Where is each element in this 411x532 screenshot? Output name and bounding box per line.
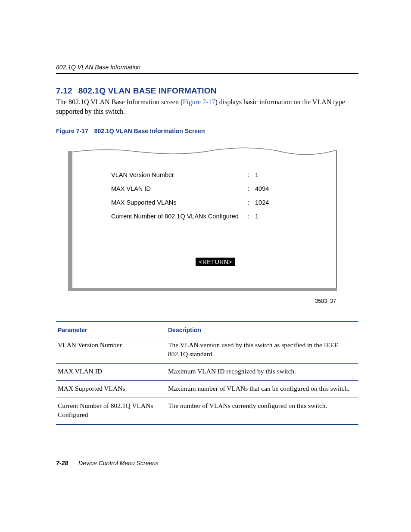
colon: : (245, 199, 252, 206)
info-row: VLAN Version Number : 1 (111, 168, 320, 182)
table-row: MAX VLAN ID Maximum VLAN ID recognized b… (56, 364, 358, 381)
info-row: MAX Supported VLANs : 1024 (111, 196, 320, 209)
page-footer: 7-28Device Control Menu Screens (56, 460, 159, 467)
colon: : (245, 213, 252, 220)
colon: : (245, 185, 252, 192)
figure-caption: Figure 7-17802.1Q VLAN Base Information … (56, 128, 358, 134)
info-label: Current Number of 802.1Q VLANs Configure… (111, 213, 245, 220)
terminal-frame: VLAN Version Number : 1 MAX VLAN ID : 40… (68, 151, 337, 291)
table-row: VLAN Version Number The VLAN version use… (56, 337, 358, 364)
frame-left-border (68, 151, 72, 291)
section-number: 7.12 (56, 86, 72, 95)
torn-edge-icon (68, 147, 337, 160)
page-number: 7-28 (56, 460, 68, 467)
para-pre: The 802.1Q VLAN Base Information screen … (56, 98, 183, 106)
info-label: MAX VLAN ID (111, 185, 245, 192)
info-value: 1024 (252, 199, 269, 206)
info-value: 1 (252, 171, 258, 178)
frame-right-border (336, 151, 337, 291)
desc-cell: Maximum number of VLANs that can be conf… (166, 380, 358, 398)
info-row: MAX VLAN ID : 4094 (111, 182, 320, 196)
frame-bottom-border (68, 288, 337, 291)
info-value: 4094 (252, 185, 269, 192)
param-cell: Current Number of 802.1Q VLANs Configure… (56, 398, 166, 424)
param-cell: MAX VLAN ID (56, 364, 166, 381)
intro-paragraph: The 802.1Q VLAN Base Information screen … (56, 97, 358, 116)
section-heading: 7.12802.1Q VLAN BASE INFORMATION (56, 86, 358, 96)
desc-cell: The number of VLANs currently configured… (166, 398, 358, 424)
param-cell: MAX Supported VLANs (56, 380, 166, 398)
info-row: Current Number of 802.1Q VLANs Configure… (111, 209, 320, 223)
terminal-content: VLAN Version Number : 1 MAX VLAN ID : 40… (111, 168, 320, 278)
colon: : (245, 171, 252, 178)
figure-screenshot: VLAN Version Number : 1 MAX VLAN ID : 40… (56, 148, 358, 295)
running-header: 802.1Q VLAN Base Information (56, 64, 358, 74)
parameter-table: Parameter Description VLAN Version Numbe… (56, 321, 358, 425)
info-label: VLAN Version Number (111, 171, 245, 178)
info-label: MAX Supported VLANs (111, 199, 245, 206)
table-header-parameter: Parameter (56, 322, 166, 337)
table-header-row: Parameter Description (56, 322, 358, 337)
figure-reference-link[interactable]: Figure 7-17 (183, 98, 215, 106)
table-row: MAX Supported VLANs Maximum number of VL… (56, 380, 358, 398)
desc-cell: Maximum VLAN ID recognized by this switc… (166, 364, 358, 381)
table-header-description: Description (166, 322, 358, 337)
page: 802.1Q VLAN Base Information 7.12802.1Q … (0, 0, 411, 532)
return-button[interactable]: <RETURN> (196, 258, 235, 266)
info-value: 1 (252, 213, 258, 220)
table-row: Current Number of 802.1Q VLANs Configure… (56, 398, 358, 424)
figure-number: Figure 7-17 (56, 128, 88, 134)
figure-id-label: 3583_37 (315, 298, 336, 304)
param-cell: VLAN Version Number (56, 337, 166, 364)
desc-cell: The VLAN version used by this switch as … (166, 337, 358, 364)
chapter-title: Device Control Menu Screens (78, 460, 159, 467)
section-title-text: 802.1Q VLAN BASE INFORMATION (78, 86, 217, 95)
figure-caption-text: 802.1Q VLAN Base Information Screen (94, 128, 205, 134)
